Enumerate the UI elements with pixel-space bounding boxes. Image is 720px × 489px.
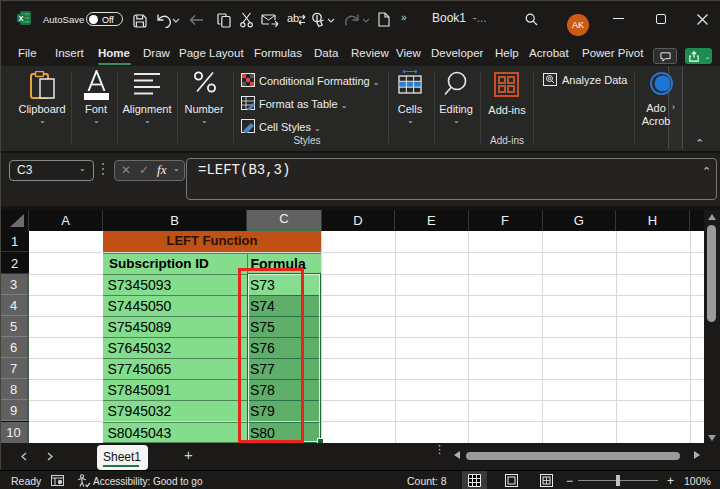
svg-text:X: X [18, 14, 23, 23]
